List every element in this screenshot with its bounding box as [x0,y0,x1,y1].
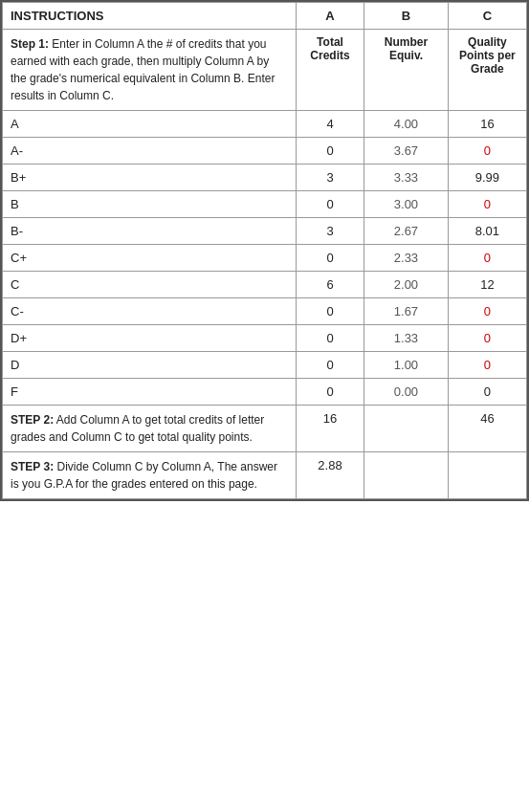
step3-col-a-value: 2.88 [296,452,364,499]
grade-credits: 0 [296,325,364,352]
grade-points: 9.99 [448,165,526,191]
step1-instructions: Step 1: Enter in Column A the # of credi… [3,30,297,111]
grade-row: F00.000 [3,379,527,406]
grade-equiv: 1.00 [364,352,449,379]
grade-credits: 0 [296,379,364,406]
step3-col-c-value [448,452,526,499]
grade-label: D [3,352,297,379]
grade-label: F [3,379,297,406]
grade-credits: 0 [296,245,364,272]
step3-row: STEP 3: Divide Column C by Column A, The… [3,452,527,499]
instructions-header: INSTRUCTIONS [3,3,297,30]
table-header: INSTRUCTIONS A B C [3,3,527,30]
col-a-header: A [296,3,364,30]
grade-equiv: 2.67 [364,218,449,245]
grade-equiv: 3.67 [364,138,449,165]
step3-col-b-value [364,452,449,499]
step3-instructions: STEP 3: Divide Column C by Column A, The… [3,452,297,499]
grade-credits: 3 [296,218,364,245]
step1-col-b-label: Number Equiv. [364,30,449,111]
step2-col-c-value: 46 [448,406,526,452]
grade-equiv: 3.00 [364,191,449,218]
grade-points: 0 [448,191,526,218]
grade-row: B-32.678.01 [3,218,527,245]
grade-row: C62.0012 [3,272,527,298]
col-b-header: B [364,3,449,30]
grade-equiv: 4.00 [364,111,449,138]
main-container: INSTRUCTIONS A B C Step 1: Enter in Colu… [0,0,529,501]
step1-bold-label: Step 1: [11,37,49,51]
grade-equiv: 2.33 [364,245,449,272]
step1-col-c-label: Quality Points per Grade [448,30,526,111]
grade-row: D01.000 [3,352,527,379]
grade-label: C [3,272,297,298]
grade-points: 12 [448,272,526,298]
grade-points: 0 [448,138,526,165]
grade-credits: 0 [296,191,364,218]
grade-row: A44.0016 [3,111,527,138]
grade-label: D+ [3,325,297,352]
grade-label: B [3,191,297,218]
grade-label: B- [3,218,297,245]
grade-credits: 4 [296,111,364,138]
grade-row: C-01.670 [3,298,527,325]
step2-instructions: STEP 2: Add Column A to get total credit… [3,406,297,452]
grade-points: 0 [448,245,526,272]
grade-label: C+ [3,245,297,272]
col-c-header: C [448,3,526,30]
grade-row: A-03.670 [3,138,527,165]
grade-equiv: 1.67 [364,298,449,325]
step3-bold-label: STEP 3: [11,460,54,473]
grade-credits: 3 [296,165,364,191]
grade-points: 0 [448,379,526,406]
grade-points: 16 [448,111,526,138]
grade-label: C- [3,298,297,325]
grade-credits: 0 [296,352,364,379]
step2-row: STEP 2: Add Column A to get total credit… [3,406,527,452]
step1-row: Step 1: Enter in Column A the # of credi… [3,30,527,111]
step2-col-a-value: 16 [296,406,364,452]
grade-label: B+ [3,165,297,191]
grade-points: 0 [448,325,526,352]
grade-credits: 0 [296,298,364,325]
grade-credits: 6 [296,272,364,298]
step1-col-a-label: Total Credits [296,30,364,111]
grade-points: 0 [448,352,526,379]
grade-label: A- [3,138,297,165]
grade-row: D+01.330 [3,325,527,352]
step2-col-b-value [364,406,449,452]
step1-text: Enter in Column A the # of credits that … [11,37,275,102]
grade-row: C+02.330 [3,245,527,272]
grade-label: A [3,111,297,138]
grade-row: B+33.339.99 [3,165,527,191]
grade-row: B03.000 [3,191,527,218]
grade-equiv: 0.00 [364,379,449,406]
grade-equiv: 3.33 [364,165,449,191]
grade-equiv: 2.00 [364,272,449,298]
grade-credits: 0 [296,138,364,165]
grade-points: 8.01 [448,218,526,245]
step2-bold-label: STEP 2: [11,413,54,427]
grade-equiv: 1.33 [364,325,449,352]
grade-points: 0 [448,298,526,325]
